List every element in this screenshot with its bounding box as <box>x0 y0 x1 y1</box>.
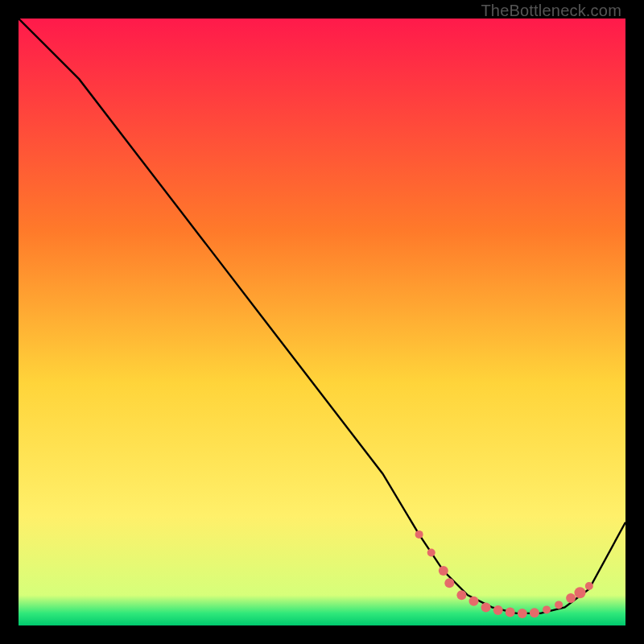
valley-marker <box>585 582 593 590</box>
valley-marker <box>543 605 551 613</box>
gradient-background <box>19 19 625 625</box>
valley-marker <box>439 566 448 576</box>
valley-marker <box>481 602 491 612</box>
valley-marker <box>506 607 515 617</box>
valley-marker <box>456 590 466 600</box>
valley-marker <box>575 587 586 598</box>
valley-marker <box>415 530 423 539</box>
chart-plot-area <box>19 19 625 625</box>
chart-svg <box>19 19 625 625</box>
valley-marker <box>493 605 503 615</box>
watermark-text: TheBottleneck.com <box>481 2 621 20</box>
valley-marker <box>427 549 436 557</box>
valley-marker <box>444 578 454 588</box>
valley-marker <box>469 597 479 606</box>
valley-marker <box>566 593 576 603</box>
valley-marker <box>518 609 527 618</box>
valley-marker <box>555 601 563 609</box>
valley-marker <box>530 608 539 617</box>
